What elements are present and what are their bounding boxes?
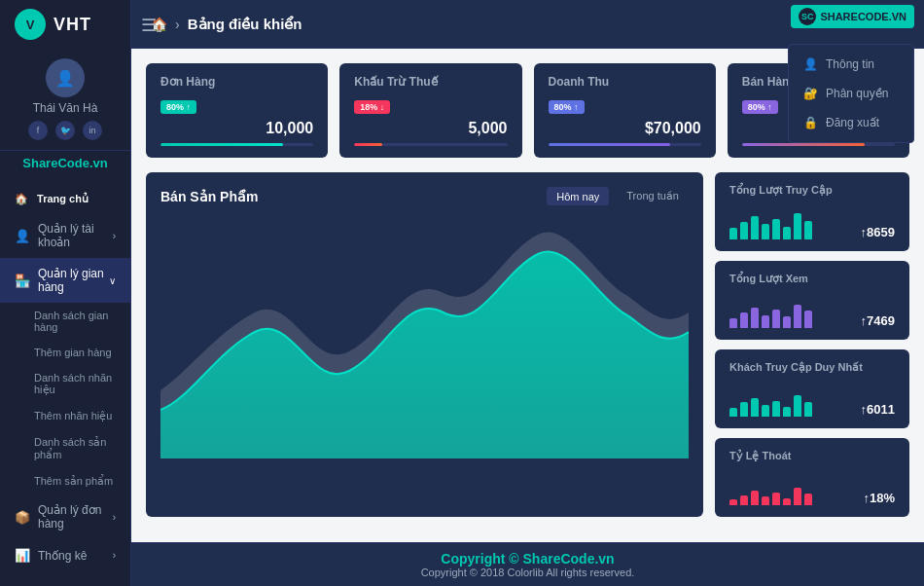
page-title: Bảng điều khiển — [188, 16, 302, 33]
stat-progress — [160, 143, 313, 146]
logo-circle: V — [15, 9, 46, 40]
sidebar-sub-danh-sach-san-pham[interactable]: Danh sách sản phẩm — [0, 429, 130, 468]
area-chart — [160, 215, 689, 458]
chart-filters: Hôm nay Trong tuần — [547, 187, 689, 205]
stat-progress — [549, 143, 701, 146]
stat-badge: 18% ↓ — [354, 100, 390, 114]
dropdown-dang-xuat[interactable]: 🔒 Đăng xuất — [789, 108, 913, 137]
sidebar-item-quan-ly-tai-khoan[interactable]: 👤 Quản lý tài khoản › — [0, 213, 130, 258]
trang-chu-label[interactable]: 🏠 Trang chủ — [0, 185, 130, 213]
twitter-icon[interactable]: 🐦 — [55, 121, 75, 140]
stat-progress — [354, 143, 507, 146]
dropdown-phan-quyen[interactable]: 🔐 Phân quyền — [789, 79, 913, 108]
sidebar-item-label: Quản lý tài khoản — [38, 222, 113, 249]
sidebar-watermark: ShareCode.vn — [0, 151, 130, 175]
progress-bar — [160, 143, 283, 146]
chevron-icon: › — [113, 231, 116, 241]
right-stats: Tổng Lượt Truy Cập ↑8659 — [715, 172, 909, 517]
user-icon: 👤 — [803, 57, 818, 71]
home-icon: 🏠 — [15, 193, 28, 204]
dropdown-label: Đăng xuất — [826, 116, 879, 129]
mini-bars — [729, 299, 812, 328]
sidebar-nav: 🏠 Trang chủ 👤 Quản lý tài khoản › 🏪 Quản… — [0, 175, 130, 586]
sc-circle: SC — [799, 8, 816, 25]
sidebar-item-quan-ly-don-hang[interactable]: 📦 Quản lý đơn hàng › — [0, 494, 130, 539]
stat-don-hang: Đơn Hàng 80% ↑ 10,000 — [146, 63, 328, 158]
stat-title: Đơn Hàng — [160, 75, 313, 89]
sidebar-sub-them-san-pham[interactable]: Thêm sản phẩm — [0, 468, 130, 494]
chart-header: Bán Sản Phẩm Hôm nay Trong tuần — [160, 187, 689, 205]
progress-bar — [742, 143, 865, 146]
order-icon: 📦 — [15, 510, 30, 525]
mini-stat-value: ↑8659 — [861, 225, 895, 239]
user-name: Thái Văn Hà — [33, 101, 98, 115]
footer: Copyright © ShareCode.vn Copyright © 201… — [131, 542, 924, 586]
sidebar-item-quan-ly-gian-hang[interactable]: 🏪 Quản lý gian hàng ∨ — [0, 258, 130, 303]
mini-bars — [729, 210, 812, 239]
user-dropdown-menu: 👤 Thông tin 🔐 Phân quyền 🔒 Đăng xuất — [788, 44, 914, 143]
stat-value: $70,000 — [549, 120, 701, 137]
filter-hom-nay[interactable]: Hôm nay — [547, 187, 609, 205]
facebook-icon[interactable]: f — [28, 121, 48, 140]
chevron-icon: › — [113, 512, 116, 523]
dropdown-thong-tin[interactable]: 👤 Thông tin — [789, 50, 913, 79]
mini-stat-khach-truy-cap-duy-nhat: Khách Truy Cập Duy Nhất ↑6011 — [715, 349, 909, 428]
stat-badge: 80% ↑ — [160, 100, 196, 114]
mini-stat-tong-luot-truy-cap: Tổng Lượt Truy Cập ↑8659 — [715, 172, 909, 251]
account-icon: 👤 — [15, 229, 30, 243]
chevron-icon: › — [113, 550, 116, 561]
sharecode-text: SHARECODE.VN — [820, 11, 906, 22]
mini-stat-title: Khách Truy Cập Duy Nhất — [729, 361, 895, 374]
stats-icon: 📊 — [15, 548, 30, 563]
content-row: Bán Sản Phẩm Hôm nay Trong tuần — [146, 172, 909, 517]
permission-icon: 🔐 — [803, 87, 818, 100]
sidebar-item-thong-ke[interactable]: 📊 Thống kê › — [0, 539, 130, 571]
sidebar-item-label: Quản lý gian hàng — [38, 267, 109, 294]
footer-sub-text: Copyright © 2018 Colorlib All rights res… — [139, 567, 916, 578]
user-social: f 🐦 in — [28, 121, 102, 140]
chevron-down-icon: ∨ — [109, 275, 116, 286]
stat-badge: 80% ↑ — [549, 100, 585, 114]
dropdown-label: Phân quyền — [826, 87, 888, 100]
footer-main-text: Copyright © ShareCode.vn — [139, 551, 916, 567]
mini-stat-value: ↑18% — [863, 491, 895, 505]
stat-title: Doanh Thu — [549, 75, 701, 89]
sidebar-item-label: Quản lý đơn hàng — [38, 503, 113, 531]
sidebar: V VHT 👤 Thái Văn Hà f 🐦 in ShareCode.vn … — [0, 0, 131, 586]
stat-badge: 80% ↑ — [742, 100, 778, 114]
sidebar-sub-danh-sach-nhan-hieu[interactable]: Danh sách nhãn hiệu — [0, 365, 130, 403]
filter-trong-tuan[interactable]: Trong tuần — [617, 187, 689, 205]
mini-stat-title: Tổng Lượt Xem — [729, 273, 895, 285]
progress-bar — [354, 143, 381, 146]
progress-bar — [549, 143, 671, 146]
hamburger-button[interactable]: ☰ — [141, 15, 157, 36]
stat-progress — [742, 143, 895, 146]
sidebar-item-label: Thống kê — [38, 549, 87, 563]
logo-text: VHT — [53, 15, 91, 35]
linkedin-icon[interactable]: in — [83, 121, 102, 140]
mini-stat-title: Tỷ Lệ Thoát — [729, 450, 895, 462]
stat-title: Khấu Trừ Thuế — [354, 75, 507, 89]
breadcrumb: 🏠 › Bảng điều khiển — [151, 16, 302, 33]
mini-stat-ty-le-thoat: Tỷ Lệ Thoát ↑18% — [715, 438, 909, 517]
mini-stat-tong-luot-xem: Tổng Lượt Xem ↑7469 — [715, 261, 909, 340]
mini-bars — [729, 476, 812, 505]
lock-icon: 🔒 — [803, 116, 818, 129]
sharecode-logo: SC SHARECODE.VN — [791, 5, 914, 28]
mini-stat-value: ↑6011 — [861, 402, 895, 417]
user-profile: 👤 Thái Văn Hà f 🐦 in — [0, 49, 130, 151]
mini-stat-value: ↑7469 — [861, 313, 895, 328]
stat-khau-tru-thue: Khấu Trừ Thuế 18% ↓ 5,000 — [339, 63, 521, 158]
chart-title: Bán Sản Phẩm — [160, 189, 258, 204]
sidebar-sub-them-gian-hang[interactable]: Thêm gian hàng — [0, 340, 130, 365]
store-icon: 🏪 — [15, 274, 30, 288]
chart-card: Bán Sản Phẩm Hôm nay Trong tuần — [146, 172, 703, 517]
stat-doanh-thu: Doanh Thu 80% ↑ $70,000 — [534, 63, 716, 158]
mini-stat-title: Tổng Lượt Truy Cập — [729, 184, 895, 197]
avatar: 👤 — [46, 58, 85, 97]
breadcrumb-separator: › — [175, 17, 180, 32]
sidebar-sub-them-nhan-hieu[interactable]: Thêm nhãn hiệu — [0, 403, 130, 429]
sidebar-sub-danh-sach-gian-hang[interactable]: Danh sách gian hàng — [0, 303, 130, 340]
logo: V VHT — [0, 0, 130, 49]
dropdown-label: Thông tin — [826, 57, 874, 71]
